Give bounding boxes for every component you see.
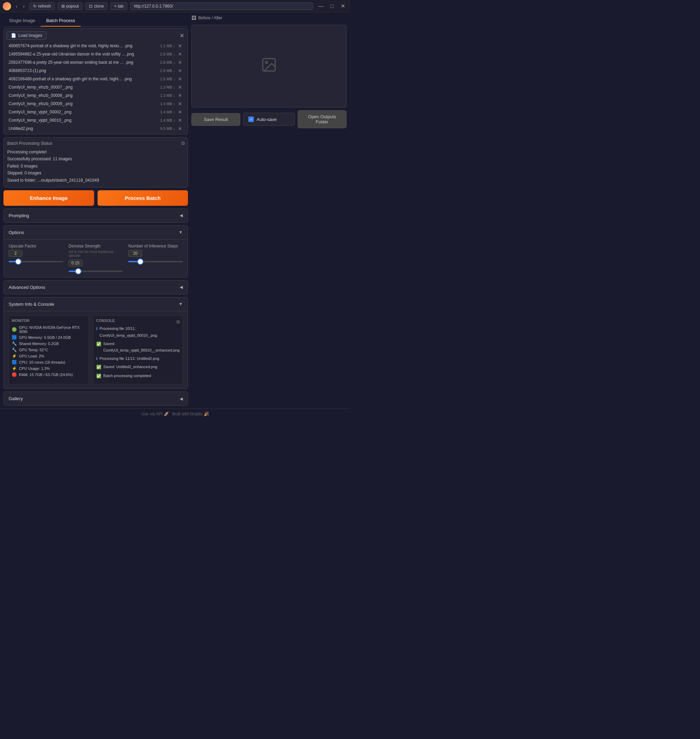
file-remove-button[interactable]: ✕ [177,109,183,115]
denoise-value: 0.15 [69,260,82,266]
forward-button[interactable]: › [21,2,27,10]
file-list-item[interactable]: ComfyUI_temp_efxzb_00009_.png 1.4 MB ↓ ✕ [7,100,185,108]
options-chevron: ▼ [179,230,183,235]
file-list: 400657674-portrait of a shadowy girl in … [7,42,185,131]
svg-point-1 [266,61,268,63]
monitor-icon: 🟢 [12,327,17,332]
file-name: 4092166488-portrait of a shadowy goth gi… [9,76,160,81]
open-outputs-button[interactable]: Open Outputs Folder [298,110,347,128]
file-remove-button[interactable]: ✕ [177,126,183,131]
load-images-button[interactable]: 📄 Load Images [7,31,47,40]
console-item: ✅Batch processing completed [96,373,179,380]
tab-label: + tab [114,4,124,9]
console-log: ℹProcessing file 10/11: ComfyUI_temp_vjq… [96,325,179,380]
popout-button[interactable]: ⊞ popout [57,2,83,10]
save-result-button[interactable]: Save Result [191,113,240,126]
system-info-header[interactable]: System Info & Console ▼ [4,297,188,311]
enhance-image-button[interactable]: Enhance Image [3,190,94,206]
console-copy-button[interactable]: ⧉ [176,319,179,325]
file-remove-button[interactable]: ✕ [177,68,183,73]
file-size: 1.4 MB ↓ [160,118,175,122]
prompting-label: Prompting [9,213,29,218]
upscale-group: Upscale Factor 2 [9,244,63,273]
console-text: Saved: Untitled2_enhanced.png [103,364,157,370]
process-batch-button[interactable]: Process Batch [98,190,188,206]
file-name: ComfyUI_temp_efxzb_00007_.png [9,85,160,90]
file-size: 2.8 MB ↓ [160,60,175,65]
console-text: Processing file 11/11: Untitled2.png [100,356,159,362]
steps-slider[interactable] [128,261,183,262]
file-remove-button[interactable]: ✕ [177,101,183,107]
file-remove-button[interactable]: ✕ [177,60,183,65]
file-size: 1.3 MB ↓ [160,93,175,97]
file-size: 9.5 MB ↓ [160,126,175,131]
monitor-text: GPU Memory: 5.5GB / 24.0GB [19,335,71,339]
minimize-button[interactable]: — [316,2,325,10]
file-list-item[interactable]: 2592477696-a pretty 25-year-old woman sm… [7,58,185,66]
prompting-header[interactable]: Prompting ◀ [4,209,188,222]
file-remove-button[interactable]: ✕ [177,118,183,123]
system-info-chevron: ▼ [179,301,183,306]
file-list-item[interactable]: 4068853713-(1).png 2.9 MB ↓ ✕ [7,66,185,75]
monitor-item: ⚡CPU Usage: 1.3% [12,366,86,371]
batch-status-content: Processing complete!Successfully process… [7,148,184,184]
file-name: 2592477696-a pretty 25-year-old woman sm… [9,60,160,65]
refresh-button[interactable]: ↻ refresh [29,2,54,10]
copy-status-button[interactable]: ⧉ [181,140,185,146]
system-info-body: Monitor 🟢GPU: NVIDIA NVIDIA GeForce RTX … [4,311,188,388]
monitor-item: 🟦CPU: 10 cores (16 threads) [12,360,86,365]
file-list-item[interactable]: 400657674-portrait of a shadowy girl in … [7,42,185,50]
advanced-options-header[interactable]: Advanced Options ◀ [4,281,188,294]
file-remove-button[interactable]: ✕ [177,76,183,82]
file-list-item[interactable]: ComfyUI_temp_efxzb_00008_.png 1.3 MB ↓ ✕ [7,91,185,100]
gallery-section: Gallery ◀ [3,392,188,406]
monitor-items: 🟢GPU: NVIDIA NVIDIA GeForce RTX 3090🟦GPU… [12,325,86,377]
tab-button[interactable]: + tab [110,2,127,10]
batch-status: Batch Processing Status ⧉ Processing com… [3,137,188,188]
console-icon: ✅ [96,373,101,380]
autosave-toggle[interactable]: ✓ Auto-save [243,113,295,126]
gallery-header[interactable]: Gallery ◀ [4,392,188,405]
before-after-label: 🖼 Before / After [191,15,347,21]
denoise-slider[interactable] [69,270,123,272]
popout-label: popout [66,4,79,9]
advanced-options-chevron: ◀ [179,285,183,289]
system-grid: Monitor 🟢GPU: NVIDIA NVIDIA GeForce RTX … [9,315,183,384]
file-icon: 📄 [11,33,16,38]
file-remove-button[interactable]: ✕ [177,84,183,90]
options-label: Options [9,230,24,235]
file-list-item[interactable]: ComfyUI_temp_vjqtd_00010_.png 1.4 MB ↓ ✕ [7,116,185,125]
file-remove-button[interactable]: ✕ [177,93,183,98]
denoise-row: 0.15 [69,260,123,266]
upscale-slider[interactable] [9,261,63,262]
file-list-item[interactable]: ComfyUI_temp_vjqtd_00002_.png 1.4 MB ↓ ✕ [7,108,185,116]
console-text: Saved: ComfyUI_temp_vjqtd_00010__enhance… [103,341,179,354]
file-list-item[interactable]: 1495594882-a 25-year-old Ukrainian dance… [7,50,185,58]
monitor-text: RAM: 15.7GB / 63.7GB (24.6%) [19,373,73,377]
content-area: Single Image Batch Process 📄 Load Images… [0,12,350,408]
back-button[interactable]: ‹ [14,2,20,10]
denoise-group: Denoise Strength set to min for more tra… [69,244,123,273]
upscale-value: 2 [9,250,22,257]
file-remove-button[interactable]: ✕ [177,43,183,48]
console-item: ℹProcessing file 11/11: Untitled2.png [96,356,179,362]
url-bar[interactable] [130,2,313,10]
clone-button[interactable]: ⊡ clone [85,2,107,10]
advanced-options-section: Advanced Options ◀ [3,280,188,294]
tab-batch-process[interactable]: Batch Process [41,15,81,26]
file-remove-button[interactable]: ✕ [177,51,183,57]
file-list-item[interactable]: Untitled2.png 9.5 MB ↓ ✕ [7,125,185,131]
right-panel: 🖼 Before / After Save Result ✓ [188,15,347,406]
monitor-icon: 🟦 [12,335,17,340]
tab-single-image[interactable]: Single Image [3,15,41,26]
close-button[interactable]: ✕ [339,2,347,10]
options-header[interactable]: Options ▼ [4,226,188,239]
file-size: 1.4 MB ↓ [160,102,175,106]
steps-group: Number of Inference Steps 20 [128,244,183,273]
file-close-button[interactable]: ✕ [179,32,185,40]
popout-icon: ⊞ [61,4,65,9]
console-item: ✅Saved: Untitled2_enhanced.png [96,364,179,371]
file-list-item[interactable]: 4092166488-portrait of a shadowy goth gi… [7,75,185,83]
file-list-item[interactable]: ComfyUI_temp_efxzb_00007_.png 1.3 MB ↓ ✕ [7,83,185,91]
maximize-button[interactable]: □ [328,2,336,10]
